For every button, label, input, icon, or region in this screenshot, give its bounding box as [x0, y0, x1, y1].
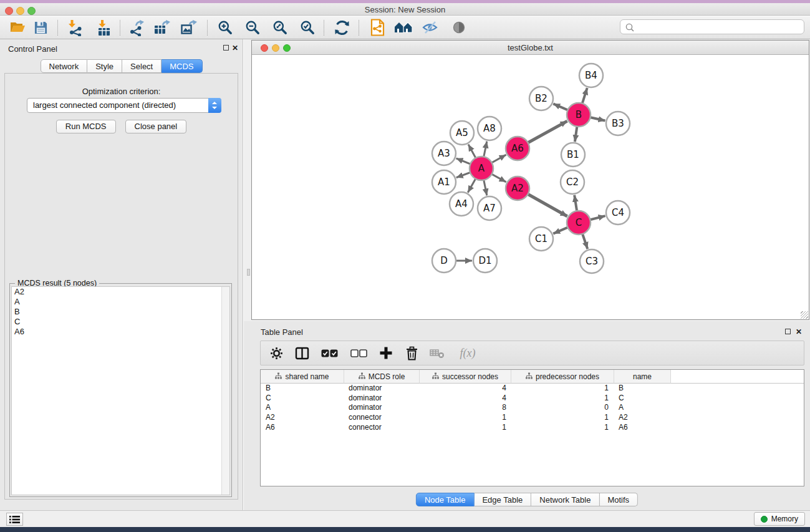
- import-table-icon[interactable]: [93, 18, 114, 37]
- memory-status-icon: [761, 516, 768, 523]
- table-row[interactable]: Bdominator41B: [261, 384, 804, 394]
- node-table[interactable]: shared nameMCDS rolesuccessor nodesprede…: [260, 369, 804, 486]
- cell-shared-name[interactable]: C: [261, 394, 344, 404]
- deselect-all-checkboxes-icon[interactable]: [349, 345, 368, 361]
- cell-filler: [671, 394, 804, 404]
- cell-MCDS-role[interactable]: dominator: [344, 384, 420, 394]
- close-panel-icon[interactable]: ✕: [232, 45, 238, 51]
- table-toolbar: f(x): [260, 341, 804, 365]
- show-hide-eye-icon[interactable]: [448, 18, 470, 37]
- toggle-graphics-details-icon[interactable]: [420, 18, 441, 37]
- table-row[interactable]: A2connector11A2: [261, 413, 804, 423]
- settings-gear-icon[interactable]: [269, 345, 284, 361]
- cell-name[interactable]: A: [614, 403, 671, 413]
- cell-successor-nodes[interactable]: 4: [420, 394, 511, 404]
- column-header-successor-nodes[interactable]: successor nodes: [420, 370, 511, 384]
- result-item-A6[interactable]: A6: [12, 327, 229, 337]
- select-all-checkboxes-icon[interactable]: [320, 345, 339, 361]
- cell-name[interactable]: B: [614, 384, 671, 394]
- cell-successor-nodes[interactable]: 8: [420, 403, 511, 413]
- import-network-icon[interactable]: [64, 18, 85, 37]
- add-column-icon[interactable]: [378, 345, 393, 361]
- column-header-shared-name[interactable]: shared name: [261, 370, 344, 384]
- cell-filler: [671, 403, 804, 413]
- tab-mcds[interactable]: MCDS: [162, 59, 202, 73]
- save-session-icon[interactable]: [30, 18, 51, 37]
- export-table-icon[interactable]: [151, 18, 172, 37]
- cell-name[interactable]: C: [614, 394, 671, 404]
- close-panel-button[interactable]: Close panel: [125, 120, 187, 133]
- cell-MCDS-role[interactable]: connector: [344, 423, 420, 433]
- float-panel-icon[interactable]: [223, 45, 229, 51]
- optimization-criterion-select[interactable]: largest connected component (directed): [27, 98, 221, 113]
- cell-predecessor-nodes[interactable]: 1: [511, 423, 614, 433]
- cell-filler: [671, 413, 804, 423]
- delete-column-icon[interactable]: [404, 345, 419, 361]
- zoom-fit-icon[interactable]: [269, 18, 291, 37]
- result-item-C[interactable]: C: [12, 317, 229, 327]
- column-header-MCDS-role[interactable]: MCDS role: [344, 370, 420, 384]
- network-graph[interactable]: B4B2BB3A8A5A6A3B1AA1C2A2A4A7C4CC1C3DD1: [252, 55, 809, 319]
- cell-MCDS-role[interactable]: dominator: [344, 403, 420, 413]
- splitter-handle[interactable]: [247, 269, 250, 276]
- cell-MCDS-role[interactable]: connector: [344, 413, 420, 423]
- export-image-icon[interactable]: [178, 18, 199, 37]
- window-titlebar[interactable]: Session: New Session: [0, 3, 810, 16]
- cell-shared-name[interactable]: A: [261, 403, 344, 413]
- task-history-button[interactable]: [6, 513, 23, 526]
- result-item-B[interactable]: B: [12, 307, 229, 317]
- result-scrollbar-track[interactable]: [221, 287, 229, 495]
- tab-node-table[interactable]: Node Table: [416, 493, 475, 506]
- cell-name[interactable]: A2: [614, 413, 671, 423]
- cell-predecessor-nodes[interactable]: 1: [511, 413, 614, 423]
- tab-select[interactable]: Select: [122, 59, 162, 73]
- cell-successor-nodes[interactable]: 4: [420, 384, 511, 394]
- cell-successor-nodes[interactable]: 1: [420, 413, 511, 423]
- result-item-A[interactable]: A: [12, 297, 229, 307]
- graph-node-label-A8: A8: [483, 123, 496, 134]
- control-panel: Control Panel ✕ NetworkStyleSelectMCDS O…: [0, 39, 243, 510]
- home-view-icon[interactable]: [393, 18, 414, 37]
- tab-style[interactable]: Style: [87, 59, 122, 73]
- cell-shared-name[interactable]: A2: [261, 413, 344, 423]
- cell-MCDS-role[interactable]: dominator: [344, 394, 420, 404]
- column-header-name[interactable]: name: [614, 370, 671, 384]
- cell-predecessor-nodes[interactable]: 1: [511, 384, 614, 394]
- tab-edge-table[interactable]: Edge Table: [474, 493, 531, 506]
- network-from-document-icon[interactable]: [367, 18, 388, 37]
- memory-button[interactable]: Memory: [754, 512, 805, 526]
- close-table-panel-icon[interactable]: ✕: [796, 329, 802, 335]
- zoom-out-icon[interactable]: [242, 18, 263, 37]
- tab-network-table[interactable]: Network Table: [531, 493, 599, 506]
- cell-predecessor-nodes[interactable]: 0: [511, 403, 614, 413]
- toolbar-search[interactable]: [620, 19, 804, 34]
- network-window-titlebar[interactable]: testGlobe.txt: [252, 41, 809, 55]
- zoom-selected-icon[interactable]: [297, 18, 318, 37]
- function-builder-icon[interactable]: f(x): [455, 345, 480, 361]
- refresh-view-icon[interactable]: [331, 18, 352, 37]
- cell-predecessor-nodes[interactable]: 1: [511, 394, 614, 404]
- table-row[interactable]: Adominator80A: [261, 403, 804, 413]
- delete-table-icon[interactable]: [430, 345, 445, 361]
- cell-shared-name[interactable]: A6: [261, 423, 344, 433]
- cell-shared-name[interactable]: B: [261, 384, 344, 394]
- resize-grip-icon[interactable]: [801, 311, 808, 319]
- table-row[interactable]: A6connector11A6: [261, 423, 804, 433]
- table-row[interactable]: Cdominator41C: [261, 394, 804, 404]
- column-header-predecessor-nodes[interactable]: predecessor nodes: [511, 370, 614, 384]
- tab-motifs[interactable]: Motifs: [599, 493, 638, 506]
- graph-node-label-B1: B1: [567, 149, 579, 160]
- open-file-icon[interactable]: [7, 18, 28, 37]
- split-view-columns-icon[interactable]: [294, 345, 309, 361]
- search-input[interactable]: [637, 21, 799, 33]
- run-mcds-button[interactable]: Run MCDS: [56, 120, 116, 133]
- mcds-result-list[interactable]: A2ABCA6: [11, 286, 230, 495]
- select-stepper-icon: [208, 98, 221, 113]
- export-network-icon[interactable]: [125, 18, 147, 37]
- result-item-A2[interactable]: A2: [12, 287, 229, 297]
- float-table-panel-icon[interactable]: [785, 329, 791, 334]
- cell-name[interactable]: A6: [614, 423, 671, 433]
- tab-network[interactable]: Network: [40, 59, 87, 73]
- zoom-in-icon[interactable]: [215, 18, 236, 37]
- cell-successor-nodes[interactable]: 1: [420, 423, 511, 433]
